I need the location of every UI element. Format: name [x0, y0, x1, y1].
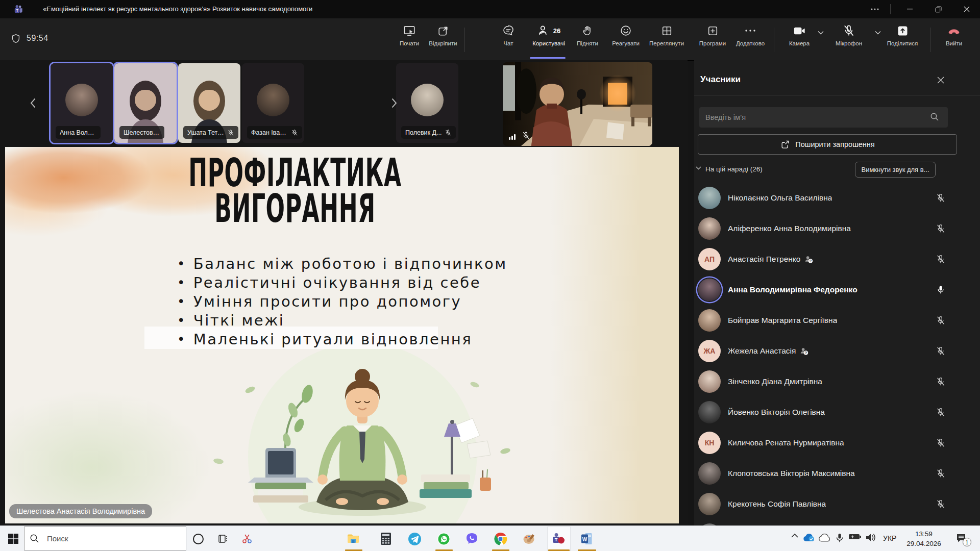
scroll-right-chevron-icon[interactable] [388, 94, 400, 112]
section-chevron-icon[interactable] [696, 166, 701, 170]
mic-muted-icon [936, 254, 946, 264]
participant-row[interactable]: ЖА Жежела Анастасія ? [694, 336, 980, 366]
avatar: АП [698, 248, 721, 270]
language-indicator[interactable]: УКР [883, 534, 896, 542]
meeting-timer: 59:54 [27, 34, 48, 43]
mic-muted-icon [842, 23, 855, 38]
participant-row[interactable]: Аліференко Анна Володимирівна [694, 213, 980, 244]
tray-expand-chevron-icon[interactable] [791, 533, 798, 538]
restore-button[interactable] [927, 0, 949, 18]
add-app-icon [706, 23, 719, 38]
mic-muted-icon [445, 129, 452, 136]
mic-status-icon[interactable] [935, 254, 946, 264]
word-icon[interactable]: W [580, 532, 594, 546]
mic-status-icon[interactable] [935, 193, 946, 203]
avatar [257, 84, 289, 116]
microphone-button[interactable]: Мікрофон [824, 23, 873, 46]
whatsapp-icon[interactable] [436, 532, 451, 546]
slide-bullet-list: •Баланс між роботою і відпочинком•Реаліс… [177, 255, 507, 349]
calculator-icon[interactable] [379, 532, 393, 546]
notification-center-icon[interactable]: 1 [955, 533, 967, 544]
leave-button[interactable]: Вийти [929, 23, 978, 46]
mic-status-icon[interactable] [935, 438, 946, 448]
cloud-status-icon[interactable] [818, 533, 831, 542]
participant-row[interactable]: Анна Володимирівна Федоренко [694, 274, 980, 305]
participant-row[interactable]: Клопотовська Вікторія Максимівна [694, 458, 980, 489]
button-label: Мікрофон [836, 40, 862, 46]
video-thumbnail[interactable]: Шелестова Ана... [114, 63, 177, 143]
notification-count-badge: 1 [963, 538, 971, 546]
viber-icon[interactable] [464, 532, 479, 546]
mic-status-icon[interactable] [935, 407, 946, 417]
slide-bullet: •Уміння просити про допомогу [177, 293, 507, 312]
speaker-icon[interactable] [865, 533, 876, 542]
mic-status-icon[interactable] [935, 346, 946, 356]
mic-muted-icon [227, 129, 234, 136]
minimize-button[interactable] [898, 0, 921, 18]
speaker-name-tooltip: Шелестова Анастасія Володимирівна [9, 504, 152, 518]
mic-status-icon[interactable] [935, 315, 946, 325]
meeting-stage: Анна Володим... Шелестова Ана... Ушата Т… [0, 60, 688, 525]
mute-all-button[interactable]: Вимкнути звук для в... [855, 162, 936, 178]
button-label: Камера [789, 40, 810, 46]
mic-status-icon[interactable] [935, 499, 946, 509]
avatar: КН [698, 432, 721, 454]
camera-button[interactable]: Камера [775, 23, 824, 46]
mic-muted-icon [522, 131, 530, 140]
grid-view-icon [660, 23, 673, 38]
task-view-icon[interactable] [215, 532, 230, 546]
video-thumbnail[interactable]: Анна Володим... [51, 63, 113, 143]
file-explorer-icon[interactable] [346, 532, 360, 546]
participant-row[interactable]: Йовенко Вікторія Олегівна [694, 397, 980, 428]
button-label: Чат [503, 40, 513, 46]
clock[interactable]: 13:59 29.04.2026 [903, 529, 944, 548]
mic-status-icon[interactable] [935, 377, 946, 387]
unpin-button[interactable]: Відкріпити [419, 23, 468, 46]
slide-bullet: •Маленькі ритуали відновлення [177, 331, 507, 349]
taskbar-search-input[interactable] [24, 527, 186, 550]
battery-icon[interactable] [848, 533, 862, 540]
participant-name: Клопотовська Вікторія Максимівна [728, 469, 855, 478]
meditation-illustration [189, 349, 526, 523]
scroll-left-chevron-icon[interactable] [27, 94, 39, 112]
view-button[interactable]: Переглянути [642, 23, 691, 46]
participant-row[interactable]: Крекотень Софія Павлівна [694, 489, 980, 519]
mic-muted-icon [445, 129, 452, 136]
avatar [65, 84, 98, 116]
mic-status-icon[interactable] [935, 223, 946, 234]
avatar [698, 279, 721, 301]
mic-status-icon[interactable] [935, 285, 946, 295]
start-button[interactable] [7, 533, 19, 545]
panel-close-icon[interactable] [932, 72, 949, 88]
participant-search-input[interactable] [699, 107, 948, 128]
button-label: Користувачі [532, 40, 565, 46]
tray-microphone-icon[interactable] [836, 533, 843, 543]
participant-row[interactable] [694, 519, 980, 525]
windows-taskbar: T W УКР 13:59 29.04.2026 [0, 525, 980, 551]
active-speaker-tile[interactable] [503, 62, 652, 146]
video-thumbnail[interactable]: Фазан Іван... [242, 63, 304, 143]
camera-options-chevron-icon[interactable] [818, 31, 824, 35]
participant-row[interactable]: Бойправ Маргарита Сергіївна [694, 305, 980, 336]
google-chrome-icon[interactable] [493, 532, 507, 546]
video-thumbnail[interactable]: Полевик Д... [396, 63, 458, 143]
paint-icon[interactable] [522, 532, 536, 546]
telegram-icon[interactable] [407, 532, 422, 546]
cortana-icon[interactable] [191, 532, 205, 546]
window-more-button[interactable] [865, 0, 885, 18]
participant-row[interactable]: КН Киличова Рената Нурмиратівна [694, 428, 980, 458]
mic-muted-icon [227, 129, 234, 136]
microsoft-teams-icon[interactable]: T [551, 532, 566, 546]
close-button[interactable] [955, 0, 978, 18]
participant-row[interactable]: АП Анастасія Петренко ? [694, 244, 980, 274]
video-thumbnail[interactable]: Ушата Тетя... [178, 63, 240, 143]
share-button[interactable]: Поділитися [878, 23, 927, 46]
participant-row[interactable]: Ніколаєнко Ольга Василівна [694, 183, 980, 213]
share-invite-button[interactable]: Поширити запрошення [698, 134, 957, 155]
onedrive-icon[interactable] [803, 533, 815, 542]
button-label: Додатково [736, 40, 765, 46]
mic-status-icon[interactable] [935, 468, 946, 479]
participant-row[interactable]: Зінченко Діана Дмитрівна [694, 366, 980, 397]
more-actions-button[interactable]: Додатково [726, 23, 775, 46]
snipping-tool-icon[interactable] [240, 532, 254, 546]
